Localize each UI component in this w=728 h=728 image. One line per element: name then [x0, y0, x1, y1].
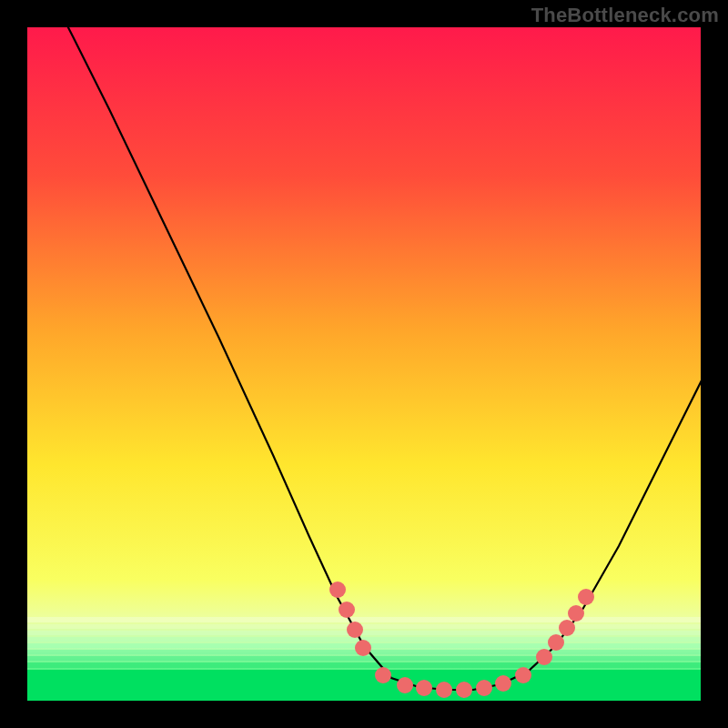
curve-marker: [397, 677, 413, 693]
curve-marker: [568, 605, 584, 622]
curve-marker: [476, 680, 492, 696]
svg-rect-1: [27, 617, 701, 622]
curve-marker: [578, 589, 594, 605]
curve-marker: [436, 682, 452, 698]
svg-rect-8: [27, 662, 701, 668]
chart-stage: TheBottleneck.com: [0, 0, 728, 728]
svg-rect-7: [27, 656, 701, 661]
curve-marker: [329, 581, 346, 598]
curve-marker: [355, 640, 371, 656]
curve-marker: [495, 675, 511, 692]
chart-svg: [0, 0, 728, 728]
curve-marker: [515, 667, 531, 683]
curve-marker: [416, 680, 432, 696]
curve-marker: [375, 667, 391, 683]
curve-marker: [339, 602, 355, 618]
curve-marker: [559, 620, 575, 636]
curve-marker: [347, 622, 363, 638]
curve-marker: [548, 634, 564, 651]
curve-marker: [536, 649, 552, 665]
svg-rect-3: [27, 631, 701, 635]
curve-marker: [456, 682, 472, 698]
svg-rect-9: [27, 670, 701, 701]
svg-rect-2: [27, 624, 701, 629]
plot-background: [27, 27, 701, 701]
watermark-text: TheBottleneck.com: [531, 4, 719, 27]
